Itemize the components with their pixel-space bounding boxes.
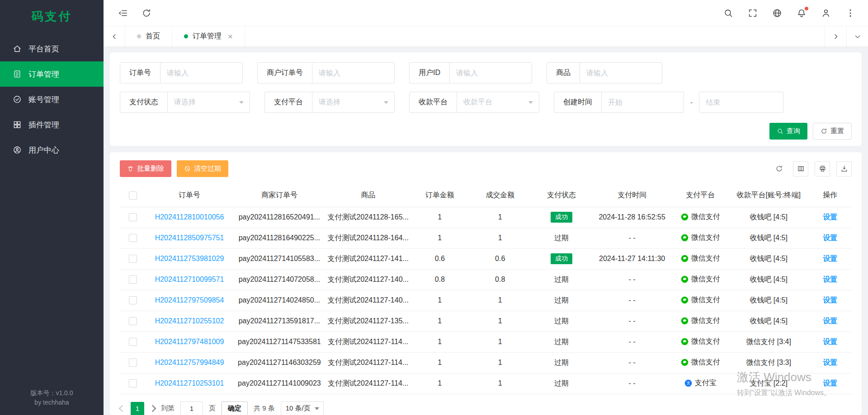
col-header-product: 商品 — [326, 184, 410, 207]
row-checkbox[interactable] — [129, 338, 137, 346]
collapse-sidebar-icon[interactable] — [118, 8, 128, 18]
order-no-link[interactable]: H2024112850975751 — [155, 234, 224, 242]
row-checkbox[interactable] — [129, 213, 137, 221]
export-icon[interactable] — [836, 161, 852, 177]
page-number-current[interactable]: 1 — [131, 402, 144, 415]
product-cell: 支付测试20241127-114... — [326, 373, 410, 394]
merchant-no-cell: pay2024112816490225... — [233, 228, 326, 248]
product-input[interactable] — [580, 62, 662, 84]
order-no-link[interactable]: H2024112710099571 — [155, 275, 224, 283]
sidebar-item-user-center[interactable]: 用户中心 — [0, 137, 104, 163]
settings-link[interactable]: 设置 — [823, 317, 837, 325]
order-no-link[interactable]: H2024112797509854 — [155, 296, 224, 304]
settings-link[interactable]: 设置 — [823, 213, 837, 221]
settings-link[interactable]: 设置 — [823, 296, 837, 304]
tabs-scroll-left-icon[interactable] — [104, 26, 125, 47]
order-no-link[interactable]: H2024112710253101 — [155, 379, 224, 387]
language-globe-icon[interactable] — [772, 8, 782, 18]
order-no-link[interactable]: H2024112753981029 — [155, 255, 224, 262]
app-logo: 码支付 — [0, 0, 104, 33]
sidebar-item-order-management[interactable]: 订单管理 — [0, 61, 104, 87]
goto-page-input[interactable] — [180, 401, 203, 415]
tab-close-icon[interactable]: × — [228, 33, 233, 41]
more-menu-icon[interactable] — [845, 8, 855, 18]
page-size-select[interactable]: 10 条/页 — [281, 401, 324, 415]
goto-suffix: 页 — [209, 404, 216, 413]
user-id-input[interactable] — [449, 62, 532, 84]
search-icon[interactable] — [723, 8, 733, 18]
row-checkbox[interactable] — [129, 359, 137, 367]
create-time-end-input[interactable] — [699, 92, 783, 113]
platform-cell: 微信支付 — [681, 358, 720, 367]
page-prev-icon[interactable] — [119, 405, 126, 412]
row-checkbox[interactable] — [129, 317, 137, 325]
user-center-icon — [13, 145, 22, 154]
pay-time-cell: 2024-11-28 16:52:55 — [592, 207, 672, 228]
pay-status-select[interactable]: 请选择 — [167, 92, 250, 113]
settings-link[interactable]: 设置 — [823, 275, 837, 283]
receiver-cell: 收钱吧 [4:5] — [729, 248, 808, 269]
pay-time-cell: - - — [592, 228, 672, 248]
sidebar-item-plugin-management[interactable]: 插件管理 — [0, 112, 104, 137]
goto-confirm-button[interactable]: 确定 — [222, 401, 248, 415]
merchant-no-cell: pay2024112713591817... — [233, 311, 326, 331]
reset-button[interactable]: 重置 — [813, 123, 852, 140]
refresh-page-icon[interactable] — [142, 8, 151, 18]
page-next-icon[interactable] — [149, 405, 156, 412]
settings-link[interactable]: 设置 — [823, 338, 837, 345]
row-checkbox[interactable] — [129, 275, 137, 284]
tabs-scroll-right-icon[interactable] — [825, 26, 846, 47]
user-avatar-icon[interactable] — [821, 8, 831, 18]
row-checkbox[interactable] — [129, 234, 137, 242]
table-refresh-icon[interactable] — [771, 161, 787, 177]
order-no-link[interactable]: H2024112797481009 — [155, 338, 224, 345]
settings-link[interactable]: 设置 — [823, 234, 837, 242]
order-no-link[interactable]: H2024112810010056 — [155, 213, 224, 221]
amount-cell: 0.6 — [410, 248, 469, 269]
order-no-link[interactable]: H2024112710255102 — [155, 317, 224, 325]
notification-bell-icon[interactable] — [797, 8, 807, 18]
product-cell: 支付测试20241127-114... — [326, 352, 410, 373]
pay-time-cell: - - — [592, 352, 672, 373]
row-checkbox[interactable] — [129, 379, 137, 387]
row-checkbox[interactable] — [129, 255, 137, 263]
tab-order-management[interactable]: 订单管理 × — [172, 26, 245, 47]
sidebar-item-label: 插件管理 — [28, 120, 59, 130]
sidebar-item-platform-home[interactable]: 平台首页 — [0, 36, 104, 61]
select-all-checkbox[interactable] — [129, 191, 137, 200]
tab-dot-active — [184, 34, 188, 38]
chevron-down-icon — [239, 101, 244, 104]
search-button[interactable]: 查询 — [769, 123, 807, 140]
status-badge: 成功 — [551, 253, 572, 264]
settings-link[interactable]: 设置 — [823, 359, 837, 366]
sidebar-menu: 平台首页 订单管理 账号管理 插件管理 用户中心 — [0, 36, 104, 163]
table-row: H2024112810010056 pay2024112816520491...… — [120, 207, 852, 228]
clear-expired-button[interactable]: 清空过期 — [177, 160, 228, 177]
merchant-no-cell: pay2024112714024850... — [233, 290, 326, 311]
table-row: H2024112850975751 pay2024112816490225...… — [120, 228, 852, 248]
column-filter-icon[interactable] — [793, 161, 808, 177]
pay-time-cell: - - — [592, 290, 672, 311]
reset-icon — [821, 128, 827, 135]
pay-platform-select[interactable]: 请选择 — [312, 92, 395, 113]
row-checkbox[interactable] — [129, 296, 137, 304]
print-icon[interactable] — [815, 161, 830, 177]
receiver-cell: 收钱吧 [4:5] — [729, 207, 808, 228]
filter-label: 创建时间 — [554, 92, 602, 113]
settings-link[interactable]: 设置 — [823, 379, 837, 387]
sidebar-item-account-management[interactable]: 账号管理 — [0, 87, 104, 112]
col-header-merchant-no: 商家订单号 — [233, 184, 326, 207]
col-header-pay-time: 支付时间 — [592, 184, 672, 207]
merchant-no-input[interactable] — [312, 62, 395, 84]
wechat-pay-icon — [681, 275, 689, 283]
product-cell: 支付测试20241127-140... — [326, 290, 410, 311]
receive-platform-select[interactable]: 收款平台 — [457, 92, 539, 113]
fullscreen-icon[interactable] — [748, 8, 758, 18]
create-time-start-input[interactable] — [601, 92, 684, 113]
batch-delete-button[interactable]: 批量删除 — [120, 160, 171, 177]
tab-home[interactable]: 首页 — [125, 26, 172, 47]
settings-link[interactable]: 设置 — [823, 255, 837, 262]
tabs-dropdown-icon[interactable] — [846, 26, 868, 47]
order-no-link[interactable]: H2024112757994849 — [155, 359, 224, 366]
order-no-input[interactable] — [160, 62, 243, 84]
